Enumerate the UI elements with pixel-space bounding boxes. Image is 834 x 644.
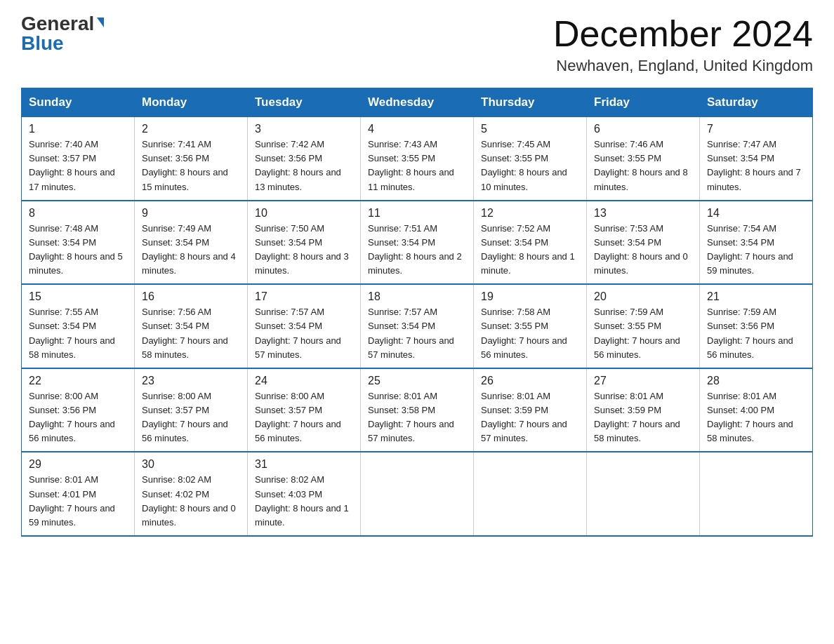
day-number: 21	[707, 290, 805, 303]
table-row	[700, 452, 813, 536]
day-info: Sunrise: 7:57 AMSunset: 3:54 PMDaylight:…	[368, 307, 454, 359]
day-info: Sunrise: 7:41 AMSunset: 3:56 PMDaylight:…	[142, 139, 228, 192]
day-info: Sunrise: 7:56 AMSunset: 3:54 PMDaylight:…	[142, 307, 228, 359]
day-info: Sunrise: 7:43 AMSunset: 3:55 PMDaylight:…	[368, 139, 454, 192]
logo-general-text: General	[21, 13, 104, 34]
table-row: 15 Sunrise: 7:55 AMSunset: 3:54 PMDaylig…	[22, 284, 135, 368]
day-number: 14	[707, 207, 805, 220]
day-info: Sunrise: 7:46 AMSunset: 3:55 PMDaylight:…	[594, 139, 688, 192]
table-row: 21 Sunrise: 7:59 AMSunset: 3:56 PMDaylig…	[700, 284, 813, 368]
table-row: 5 Sunrise: 7:45 AMSunset: 3:55 PMDayligh…	[474, 117, 587, 201]
day-info: Sunrise: 7:53 AMSunset: 3:54 PMDaylight:…	[594, 223, 688, 276]
table-row: 11 Sunrise: 7:51 AMSunset: 3:54 PMDaylig…	[361, 201, 474, 285]
table-row: 2 Sunrise: 7:41 AMSunset: 3:56 PMDayligh…	[135, 117, 248, 201]
day-info: Sunrise: 8:02 AMSunset: 4:03 PMDaylight:…	[255, 474, 349, 527]
day-number: 18	[368, 290, 466, 303]
table-row: 30 Sunrise: 8:02 AMSunset: 4:02 PMDaylig…	[135, 452, 248, 536]
table-row: 14 Sunrise: 7:54 AMSunset: 3:54 PMDaylig…	[700, 201, 813, 285]
day-info: Sunrise: 8:01 AMSunset: 4:01 PMDaylight:…	[29, 474, 115, 527]
col-tuesday: Tuesday	[248, 88, 361, 117]
day-number: 28	[707, 375, 805, 387]
table-row: 6 Sunrise: 7:46 AMSunset: 3:55 PMDayligh…	[587, 117, 700, 201]
day-info: Sunrise: 8:00 AMSunset: 3:56 PMDaylight:…	[29, 391, 115, 443]
logo-blue-text: Blue	[21, 32, 64, 54]
day-number: 19	[481, 290, 579, 303]
day-info: Sunrise: 8:00 AMSunset: 3:57 PMDaylight:…	[142, 391, 228, 443]
day-number: 26	[481, 375, 579, 387]
table-row: 9 Sunrise: 7:49 AMSunset: 3:54 PMDayligh…	[135, 201, 248, 285]
table-row	[361, 452, 474, 536]
day-info: Sunrise: 7:42 AMSunset: 3:56 PMDaylight:…	[255, 139, 341, 192]
logo-general-line: General	[21, 14, 104, 34]
day-info: Sunrise: 7:40 AMSunset: 3:57 PMDaylight:…	[29, 139, 115, 192]
day-info: Sunrise: 8:01 AMSunset: 3:59 PMDaylight:…	[594, 391, 680, 443]
table-row: 18 Sunrise: 7:57 AMSunset: 3:54 PMDaylig…	[361, 284, 474, 368]
day-info: Sunrise: 8:01 AMSunset: 4:00 PMDaylight:…	[707, 391, 793, 443]
day-number: 10	[255, 207, 353, 220]
col-monday: Monday	[135, 88, 248, 117]
table-row: 12 Sunrise: 7:52 AMSunset: 3:54 PMDaylig…	[474, 201, 587, 285]
day-number: 27	[594, 375, 692, 387]
calendar-header-row: Sunday Monday Tuesday Wednesday Thursday…	[22, 88, 813, 117]
day-info: Sunrise: 7:58 AMSunset: 3:55 PMDaylight:…	[481, 307, 567, 359]
day-number: 22	[29, 375, 127, 387]
month-title: December 2024	[553, 14, 813, 54]
col-friday: Friday	[587, 88, 700, 117]
day-info: Sunrise: 7:59 AMSunset: 3:56 PMDaylight:…	[707, 307, 793, 359]
logo: General Blue	[21, 14, 104, 53]
table-row: 31 Sunrise: 8:02 AMSunset: 4:03 PMDaylig…	[248, 452, 361, 536]
day-number: 5	[481, 123, 579, 135]
day-number: 29	[29, 458, 127, 471]
table-row: 26 Sunrise: 8:01 AMSunset: 3:59 PMDaylig…	[474, 368, 587, 452]
day-number: 12	[481, 207, 579, 220]
col-thursday: Thursday	[474, 88, 587, 117]
col-sunday: Sunday	[22, 88, 135, 117]
day-number: 7	[707, 123, 805, 135]
table-row: 23 Sunrise: 8:00 AMSunset: 3:57 PMDaylig…	[135, 368, 248, 452]
table-row: 27 Sunrise: 8:01 AMSunset: 3:59 PMDaylig…	[587, 368, 700, 452]
table-row: 29 Sunrise: 8:01 AMSunset: 4:01 PMDaylig…	[22, 452, 135, 536]
day-number: 3	[255, 123, 353, 135]
day-number: 20	[594, 290, 692, 303]
day-info: Sunrise: 8:01 AMSunset: 3:59 PMDaylight:…	[481, 391, 567, 443]
day-number: 23	[142, 375, 240, 387]
day-number: 4	[368, 123, 466, 135]
day-info: Sunrise: 7:55 AMSunset: 3:54 PMDaylight:…	[29, 307, 115, 359]
table-row	[474, 452, 587, 536]
day-number: 11	[368, 207, 466, 220]
day-number: 24	[255, 375, 353, 387]
day-info: Sunrise: 7:48 AMSunset: 3:54 PMDaylight:…	[29, 223, 123, 276]
table-row: 10 Sunrise: 7:50 AMSunset: 3:54 PMDaylig…	[248, 201, 361, 285]
table-row: 19 Sunrise: 7:58 AMSunset: 3:55 PMDaylig…	[474, 284, 587, 368]
logo-blue-line: Blue	[21, 34, 64, 53]
table-row: 1 Sunrise: 7:40 AMSunset: 3:57 PMDayligh…	[22, 117, 135, 201]
day-info: Sunrise: 7:50 AMSunset: 3:54 PMDaylight:…	[255, 223, 349, 276]
table-row: 28 Sunrise: 8:01 AMSunset: 4:00 PMDaylig…	[700, 368, 813, 452]
day-number: 31	[255, 458, 353, 471]
day-number: 8	[29, 207, 127, 220]
col-wednesday: Wednesday	[361, 88, 474, 117]
table-row: 8 Sunrise: 7:48 AMSunset: 3:54 PMDayligh…	[22, 201, 135, 285]
day-info: Sunrise: 7:49 AMSunset: 3:54 PMDaylight:…	[142, 223, 236, 276]
table-row: 17 Sunrise: 7:57 AMSunset: 3:54 PMDaylig…	[248, 284, 361, 368]
day-info: Sunrise: 7:57 AMSunset: 3:54 PMDaylight:…	[255, 307, 341, 359]
day-number: 9	[142, 207, 240, 220]
day-number: 15	[29, 290, 127, 303]
table-row: 25 Sunrise: 8:01 AMSunset: 3:58 PMDaylig…	[361, 368, 474, 452]
table-row: 7 Sunrise: 7:47 AMSunset: 3:54 PMDayligh…	[700, 117, 813, 201]
day-number: 17	[255, 290, 353, 303]
table-row: 13 Sunrise: 7:53 AMSunset: 3:54 PMDaylig…	[587, 201, 700, 285]
day-number: 2	[142, 123, 240, 135]
day-info: Sunrise: 8:02 AMSunset: 4:02 PMDaylight:…	[142, 474, 236, 527]
col-saturday: Saturday	[700, 88, 813, 117]
day-info: Sunrise: 7:59 AMSunset: 3:55 PMDaylight:…	[594, 307, 680, 359]
day-number: 6	[594, 123, 692, 135]
location-text: Newhaven, England, United Kingdom	[553, 57, 813, 75]
day-number: 1	[29, 123, 127, 135]
calendar-table: Sunday Monday Tuesday Wednesday Thursday…	[21, 88, 813, 537]
table-row: 4 Sunrise: 7:43 AMSunset: 3:55 PMDayligh…	[361, 117, 474, 201]
day-info: Sunrise: 7:52 AMSunset: 3:54 PMDaylight:…	[481, 223, 575, 276]
logo-triangle-icon	[97, 18, 104, 27]
day-number: 16	[142, 290, 240, 303]
page-header: General Blue December 2024 Newhaven, Eng…	[21, 14, 813, 75]
